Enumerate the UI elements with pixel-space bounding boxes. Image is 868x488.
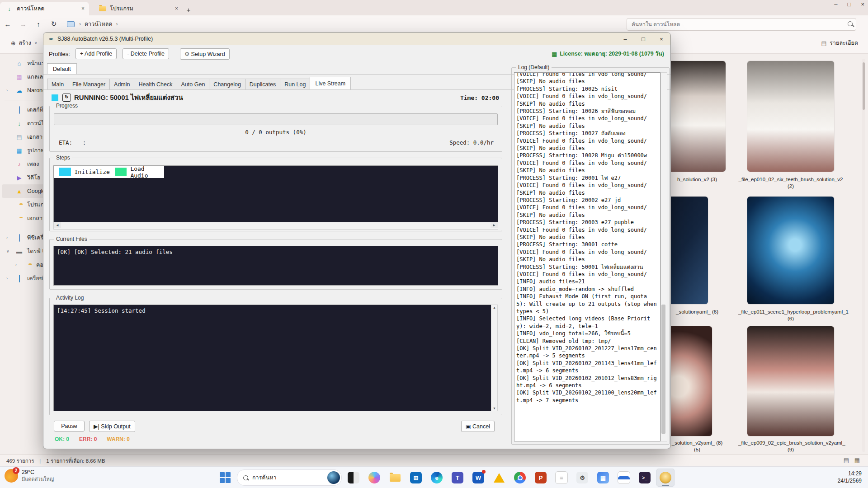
chrome-icon[interactable] [511,469,529,487]
explorer-tab-downloads[interactable]: ↓ ดาวน์โหลด × [0,2,89,15]
start-button[interactable] [216,469,234,487]
tab-file-manager[interactable]: File Manager [68,79,110,89]
close-button[interactable]: × [652,33,670,45]
delete-profile-button[interactable]: - Delete Profile [123,48,169,59]
pictures-icon: ▦ [15,147,23,154]
close-tab-icon[interactable]: × [175,5,178,12]
calendar-icon[interactable] [615,469,633,487]
details-view-icon[interactable]: ▤ [844,457,849,464]
minimize-icon[interactable]: – [834,1,837,8]
expand-chevron-icon[interactable]: › [6,276,8,281]
tab-live-stream[interactable]: Live Stream [310,77,351,89]
scroll-right-icon[interactable]: ► [491,222,498,228]
speed-label: Speed: 0.0/hr [449,139,494,146]
snipping-tool-icon[interactable] [344,469,363,487]
location-icon [67,21,75,27]
activity-log-scrollbar[interactable]: ▲ ▼ [491,305,498,411]
teams-icon[interactable]: T [448,469,467,487]
file-explorer-icon[interactable] [386,469,404,487]
taskbar-clock[interactable]: 14:29 24/1/2569 [838,470,862,484]
video-icon: ▶ [15,174,23,181]
word-icon[interactable]: W [469,469,487,487]
expand-chevron-icon[interactable]: › [15,263,17,267]
run-status-row: ↻ RUNNING: 50001 ไฟเหลี่ยมแต่งสวน Time: … [52,93,499,103]
title-bar[interactable]: ✒ SJ88 AutoBatch v26.5.3 (Multi-Profile)… [43,33,670,45]
scrollbar-thumb[interactable] [661,305,665,433]
explorer-tab-programs[interactable]: โปรแกรม × [94,2,183,15]
weather-widget[interactable]: 2 29°C มีแดดส่วนใหญ่ [5,469,54,483]
breadcrumb[interactable]: ดาวน์โหลด [85,19,112,28]
minimize-button[interactable]: – [616,33,634,45]
profile-tab-default[interactable]: Default [47,63,77,75]
file-thumbnail[interactable] [747,197,834,304]
steps-canvas[interactable]: Initialize Load Audio [53,165,498,222]
microsoft-store-icon[interactable]: ⊞ [407,469,425,487]
new-item-button[interactable]: ⊕ สร้าง ∨ [6,37,42,49]
file-name[interactable]: _solution_v2yaml_ (8)(5) [661,440,733,453]
explorer-search-input[interactable] [627,18,856,31]
file-thumbnail[interactable] [747,61,834,172]
log-scrollbar[interactable] [660,72,667,441]
stop-icon: ▣ [466,423,472,430]
search-label: การค้นหา [252,473,276,482]
refresh-icon[interactable]: ↻ [46,20,61,28]
tab-run-log[interactable]: Run Log [280,79,310,89]
scroll-up-icon[interactable]: ▲ [491,305,497,309]
file-name[interactable]: h_solution_v2 (3) [661,176,733,183]
edge-icon[interactable]: e [428,469,446,487]
search-icon [243,475,248,480]
current-files-group: Current Files [OK] [OK] Selected: 21 aud… [49,239,502,290]
photos-icon[interactable]: ▦ [594,469,612,487]
steps-group: Steps Initialize Load Audio ◄ ► [49,158,502,231]
file-name[interactable]: _solutionyaml_ (6) [661,309,733,315]
close-icon[interactable]: × [861,1,864,8]
copilot-icon[interactable] [365,469,383,487]
tab-auto-gen[interactable]: Auto Gen [177,79,210,89]
pause-button[interactable]: Pause [54,421,85,432]
file-name[interactable]: _file_ep011_scene1_hyperloop_problemyaml… [738,309,843,322]
activity-log-text[interactable]: [14:27:45] Session started [53,305,492,411]
file-name[interactable]: _file_ep010_02_six_teeth_brush_solution_… [738,176,843,190]
tab-admin[interactable]: Admin [109,79,134,89]
tab-health-check[interactable]: Health Check [134,79,177,89]
maximize-icon[interactable]: □ [848,1,851,8]
current-files-text[interactable]: [OK] [OK] Selected: 21 audio files [53,246,498,286]
expand-chevron-icon[interactable]: › [6,88,8,93]
taskbar-search-box[interactable]: การค้นหา [237,469,342,486]
cancel-button[interactable]: ▣ Cancel [461,421,495,432]
maximize-button[interactable]: □ [634,33,652,45]
bing-daily-image-icon[interactable] [327,471,340,484]
expand-chevron-icon[interactable]: › [6,235,8,240]
profiles-toolbar: Profiles: + Add Profile - Delete Profile… [43,45,670,62]
collapse-chevron-icon[interactable]: ∨ [6,249,9,253]
tab-main[interactable]: Main [47,79,68,89]
scroll-left-icon[interactable]: ◄ [54,222,61,228]
terminal-icon[interactable]: >_ [636,469,654,487]
up-icon[interactable]: ↑ [31,20,46,28]
back-icon[interactable]: ← [0,20,15,28]
active-app-autobatch-icon[interactable] [656,469,675,487]
add-profile-button[interactable]: + Add Profile [75,48,117,59]
file-thumbnail[interactable] [747,326,834,436]
log-text-area[interactable]: [VOICE] Found 0 files in vdo_long_sound/… [514,72,660,441]
settings-gear-icon[interactable]: ⚙ [573,469,591,487]
thumbnail-view-icon[interactable]: ▦ [854,457,860,464]
breadcrumb-chevron-icon[interactable]: › [116,21,118,27]
new-tab-button[interactable]: + [183,4,194,15]
setup-wizard-button[interactable]: ⚙ Setup Wizard [180,48,230,60]
tab-changelog[interactable]: Changelog [209,79,245,89]
scroll-down-icon[interactable]: ▼ [491,407,497,410]
log-content: [VOICE] Found 0 files in vdo_long_sound/… [514,72,660,405]
details-pane-button[interactable]: ▤ รายละเอียด [821,37,858,49]
close-tab-icon[interactable]: × [81,5,85,12]
notes-icon[interactable]: ≡ [552,469,571,487]
skip-output-button[interactable]: ▶| Skip Output [89,421,135,432]
explorer-scrollbar[interactable] [862,59,865,452]
google-drive-icon[interactable] [490,469,508,487]
forward-icon[interactable]: → [15,20,31,28]
tab-duplicates[interactable]: Duplicates [245,79,280,89]
scrollbar-thumb[interactable] [863,62,865,110]
powerpoint-icon[interactable]: P [532,469,550,487]
steps-horizontal-scrollbar[interactable]: ◄ ► [53,222,498,230]
profiles-label: Profiles: [49,51,70,57]
